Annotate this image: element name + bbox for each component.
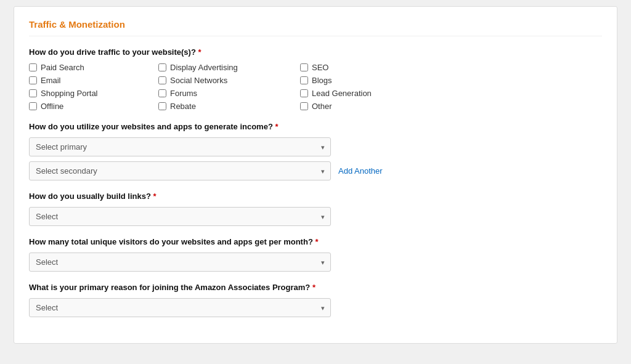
checkbox-item-rebate[interactable]: Rebate xyxy=(158,102,300,111)
q2-secondary-select-wrapper: Select secondary Content/Niche Coupons D… xyxy=(29,161,331,180)
q2-primary-row: Select primary Content/Niche Coupons Dea… xyxy=(29,137,602,156)
checkbox-item-paid-search[interactable]: Paid Search xyxy=(29,63,158,72)
checkbox-seo[interactable] xyxy=(300,63,308,71)
checkbox-item-social-networks[interactable]: Social Networks xyxy=(158,76,300,85)
q5-select-wrapper: Select Earn additional income Drive traf… xyxy=(29,298,331,317)
checkbox-blogs[interactable] xyxy=(300,76,308,84)
checkbox-other[interactable] xyxy=(300,102,308,110)
checkbox-email[interactable] xyxy=(29,76,37,84)
checkbox-rebate[interactable] xyxy=(158,102,166,110)
q5-select[interactable]: Select Earn additional income Drive traf… xyxy=(29,298,331,317)
q3-select[interactable]: Select API Native Shopping Ads SiteStrip… xyxy=(29,207,331,226)
q5-block: What is your primary reason for joining … xyxy=(29,283,602,317)
q2-block: How do you utilize your websites and app… xyxy=(29,122,602,180)
add-another-button[interactable]: Add Another xyxy=(338,166,383,176)
checkbox-social-networks[interactable] xyxy=(158,76,166,84)
checkbox-lead-generation[interactable] xyxy=(300,89,308,97)
checkbox-shopping-portal[interactable] xyxy=(29,89,37,97)
checkbox-item-blogs[interactable]: Blogs xyxy=(300,76,423,85)
q4-label: How many total unique visitors do your w… xyxy=(29,237,602,246)
q2-primary-select-wrapper: Select primary Content/Niche Coupons Dea… xyxy=(29,137,331,156)
checkbox-display-advertising[interactable] xyxy=(158,63,166,71)
checkbox-item-shopping-portal[interactable]: Shopping Portal xyxy=(29,89,158,98)
q3-select-wrapper: Select API Native Shopping Ads SiteStrip… xyxy=(29,207,331,226)
q4-select-wrapper: Select 0 - 500 501 - 10,000 10,001 - 100… xyxy=(29,253,331,272)
checkbox-paid-search[interactable] xyxy=(29,63,37,71)
traffic-monetization-card: Traffic & Monetization How do you drive … xyxy=(14,6,617,344)
q3-block: How do you usually build links? * Select… xyxy=(29,192,602,226)
q1-block: How do you drive traffic to your website… xyxy=(29,47,602,111)
checkbox-item-email[interactable]: Email xyxy=(29,76,158,85)
q5-label: What is your primary reason for joining … xyxy=(29,283,602,292)
checkbox-item-lead-generation[interactable]: Lead Generation xyxy=(300,89,423,98)
q1-label: How do you drive traffic to your website… xyxy=(29,47,602,57)
q2-secondary-select[interactable]: Select secondary Content/Niche Coupons D… xyxy=(29,161,331,180)
q4-select[interactable]: Select 0 - 500 501 - 10,000 10,001 - 100… xyxy=(29,253,331,272)
q2-label: How do you utilize your websites and app… xyxy=(29,122,602,131)
checkbox-item-display-advertising[interactable]: Display Advertising xyxy=(158,63,300,72)
checkbox-item-other[interactable]: Other xyxy=(300,102,423,111)
section-title: Traffic & Monetization xyxy=(29,19,602,36)
q2-secondary-row: Select secondary Content/Niche Coupons D… xyxy=(29,161,602,180)
q3-label: How do you usually build links? * xyxy=(29,192,602,201)
checkbox-item-forums[interactable]: Forums xyxy=(158,89,300,98)
checkbox-item-offline[interactable]: Offline xyxy=(29,102,158,111)
checkbox-forums[interactable] xyxy=(158,89,166,97)
checkbox-item-seo[interactable]: SEO xyxy=(300,63,423,72)
q1-checkbox-grid: Paid Search Display Advertising SEO Emai… xyxy=(29,63,602,111)
checkbox-offline[interactable] xyxy=(29,102,37,110)
q2-primary-select[interactable]: Select primary Content/Niche Coupons Dea… xyxy=(29,137,331,156)
q4-block: How many total unique visitors do your w… xyxy=(29,237,602,272)
